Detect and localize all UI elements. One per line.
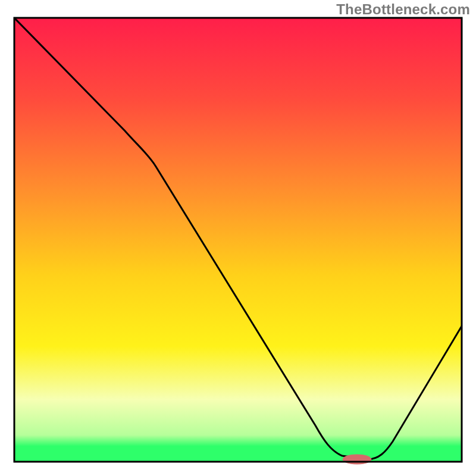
- severity-gradient: [14, 18, 462, 462]
- chart-frame: TheBottleneck.com: [0, 0, 476, 476]
- optimal-marker: [343, 455, 371, 464]
- bottleneck-chart: [0, 0, 476, 476]
